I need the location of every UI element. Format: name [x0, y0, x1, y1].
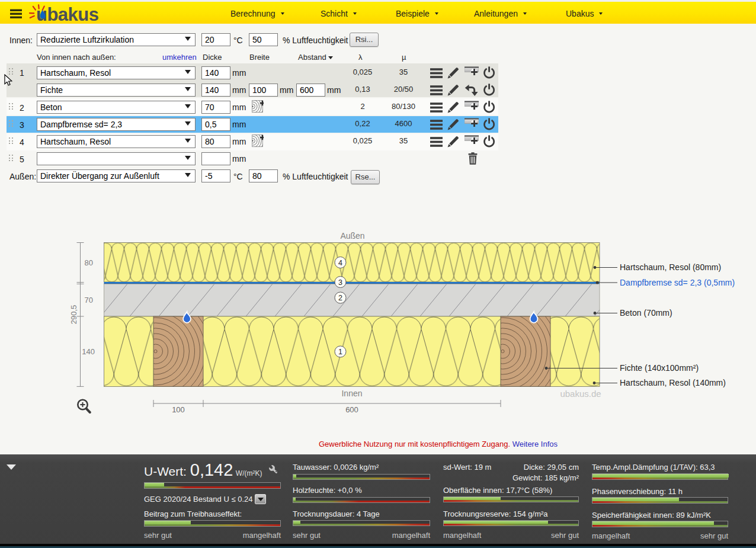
- svg-text:140: 140: [82, 347, 95, 356]
- svg-text:ubakus.de: ubakus.de: [560, 389, 601, 399]
- svg-text:Hartschaum, Resol (80mm): Hartschaum, Resol (80mm): [620, 262, 721, 272]
- svg-text:70: 70: [85, 296, 93, 305]
- svg-text:100: 100: [172, 405, 185, 414]
- svg-text:290,5: 290,5: [69, 305, 78, 325]
- svg-text:2: 2: [338, 294, 342, 302]
- svg-text:Dampfbremse sd= 2,3 (0,5mm): Dampfbremse sd= 2,3 (0,5mm): [620, 278, 735, 287]
- svg-text:Außen: Außen: [340, 231, 364, 241]
- svg-text:80: 80: [85, 258, 93, 267]
- svg-text:600: 600: [345, 405, 358, 414]
- svg-text:3: 3: [338, 278, 342, 287]
- svg-text:Fichte (140x100mm²): Fichte (140x100mm²): [620, 363, 699, 373]
- svg-text:1: 1: [338, 348, 342, 356]
- svg-text:4: 4: [338, 259, 342, 267]
- svg-text:Innen: Innen: [341, 389, 362, 398]
- svg-text:Beton (70mm): Beton (70mm): [620, 308, 672, 318]
- svg-text:Hartschaum, Resol (140mm): Hartschaum, Resol (140mm): [620, 378, 726, 387]
